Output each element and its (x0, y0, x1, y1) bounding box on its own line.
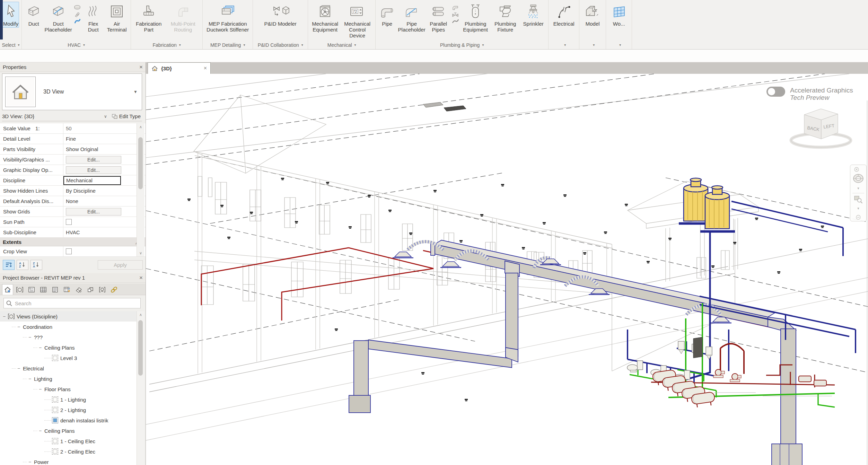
3d-view[interactable]: BACK LEFT (146, 74, 868, 465)
plumbing-equipment-button[interactable]: Plumbing Equipment (461, 2, 490, 34)
view-tab-3d[interactable]: {3D} × (148, 62, 211, 74)
sort-ascending-button[interactable]: AZ (17, 260, 28, 270)
parts-visibility-field[interactable]: Show Original (63, 144, 136, 154)
sort-default-button[interactable] (3, 260, 15, 270)
sub-discipline-field[interactable]: HVAC (63, 227, 136, 237)
duct-fitting-icon[interactable] (73, 5, 81, 10)
tree-item-ceiling-plans-elec[interactable]: −Ceiling Plans (0, 425, 137, 436)
tree-item-level-3[interactable]: Level 3 (0, 353, 137, 363)
tree-item-2-ceiling-elec[interactable]: 2 - Ceiling Elec (0, 446, 137, 457)
zoom-tool-icon[interactable] (850, 194, 866, 204)
show-hidden-lines-field[interactable]: By Discipline (63, 186, 136, 196)
duct-placeholder-button[interactable]: Duct Placeholder (45, 2, 71, 34)
tree-item-floor-plans[interactable]: −Floor Plans (0, 384, 137, 394)
browser-links-view-button[interactable] (97, 284, 107, 295)
group-label-pid-collaboration[interactable]: P&ID Collaboration▾ (254, 41, 306, 49)
flex-pipe-icon[interactable] (451, 18, 459, 24)
detail-level-field[interactable]: Fine (63, 134, 136, 144)
drawing-area[interactable]: BACK LEFT (146, 74, 868, 465)
collapse-icon[interactable]: − (28, 459, 32, 465)
browser-schedules-button[interactable] (26, 284, 37, 295)
tree-item-ceiling-plans[interactable]: −Ceiling Plans (0, 342, 137, 353)
close-icon[interactable]: × (139, 274, 143, 281)
edit-type-button[interactable]: Edit Type (112, 113, 141, 119)
chevron-down-icon[interactable]: ▾ (850, 185, 866, 192)
air-diffusers[interactable] (393, 252, 731, 323)
convert-to-flex-duct-icon[interactable] (73, 18, 81, 24)
mep-fabrication-ductwork-stiffener-button[interactable]: MEP Fabrication Ductwork Stiffener (205, 2, 250, 34)
ductwork[interactable] (349, 240, 802, 465)
sun-path-checkbox[interactable] (66, 219, 72, 225)
sprinkler-button[interactable]: Sprinkler (521, 2, 546, 28)
graphic-display-edit-button[interactable]: Edit... (66, 166, 121, 174)
revit-link-icon[interactable] (109, 284, 119, 295)
tree-item-1-lighting[interactable]: 1 - Lighting (0, 394, 137, 405)
flex-duct-button[interactable]: Flex Duct (83, 2, 103, 34)
sort-descending-button[interactable]: ZA (30, 260, 42, 270)
close-tab-icon[interactable]: × (204, 65, 207, 71)
steering-wheel-icon[interactable] (850, 173, 866, 185)
scroll-up-icon[interactable]: ∧ (137, 311, 144, 318)
tree-item-unknown[interactable]: −??? (0, 332, 137, 342)
duct-accessory-icon[interactable] (73, 11, 81, 17)
browser-schedules-quantities-button[interactable] (62, 284, 72, 295)
tree-item-2-lighting[interactable]: 2 - Lighting (0, 405, 137, 415)
scrollbar-thumb[interactable] (138, 137, 143, 189)
extents-section-header[interactable]: Extents⁁ (0, 238, 146, 246)
pipe-accessory-icon[interactable] (451, 11, 459, 17)
group-label-mechanical[interactable]: Mechanical▾ (309, 41, 374, 49)
water-tanks[interactable] (679, 178, 735, 231)
plumbing-fixture-button[interactable]: Plumbing Fixture (492, 2, 519, 34)
group-label-fabrication[interactable]: Fabrication▾ (132, 41, 201, 49)
group-label-work[interactable]: ▾ (607, 41, 630, 49)
fabrication-part-button[interactable]: Fabrication Part (133, 2, 164, 34)
tree-item-1-ceiling-elec[interactable]: 1 - Ceiling Elec (0, 436, 137, 446)
collapse-icon[interactable]: − (2, 314, 6, 319)
show-grids-edit-button[interactable]: Edit... (66, 208, 121, 216)
properties-scrollbar[interactable]: ∧ ∨ (137, 123, 144, 256)
scroll-down-icon[interactable]: ∨ (137, 249, 144, 256)
visibility-graphics-edit-button[interactable]: Edit... (66, 156, 121, 164)
pipe-placeholder-button[interactable]: Pipe Placeholder (398, 2, 425, 34)
collapse-icon[interactable]: − (17, 324, 21, 330)
viewcube[interactable]: BACK LEFT (791, 109, 851, 147)
browser-scrollbar[interactable]: ∧ (137, 311, 144, 465)
collapse-icon[interactable]: − (28, 334, 32, 340)
chevron-down-icon[interactable]: ∨ (104, 114, 107, 119)
navbar-options-icon[interactable] (850, 213, 866, 221)
group-label-select[interactable]: Select▾ (1, 41, 20, 49)
air-terminal-button[interactable]: Air Terminal (105, 2, 128, 34)
browser-home-button[interactable] (2, 284, 13, 295)
accelerated-graphics-toggle[interactable] (766, 87, 785, 97)
scale-value-field[interactable]: 50 (63, 123, 136, 133)
tree-item-denah-instalasi-listrik[interactable]: denah instalasi listrik (0, 415, 137, 425)
group-label-mep-detailing[interactable]: MEP Detailing▾ (204, 41, 251, 49)
browser-groups-button[interactable] (85, 284, 96, 295)
search-input[interactable] (14, 300, 126, 307)
parallel-pipes-button[interactable]: Parallel Pipes (427, 2, 449, 34)
default-analysis-field[interactable]: None (63, 196, 136, 206)
rooftop-units[interactable] (423, 102, 466, 111)
collapse-icon[interactable]: − (38, 345, 42, 350)
group-label-hvac[interactable]: HVAC▾ (23, 41, 129, 49)
crop-view-checkbox[interactable] (66, 248, 72, 254)
collapse-icon[interactable]: − (17, 366, 21, 371)
type-selector[interactable]: 3D View ▼ (2, 73, 142, 110)
electrical-button[interactable]: Electrical (551, 2, 577, 28)
apply-button[interactable]: Apply (98, 260, 143, 270)
group-label-electrical[interactable]: ▾ (550, 41, 578, 49)
chevron-down-icon[interactable]: ▼ (133, 89, 138, 94)
browser-sheets-button[interactable] (38, 284, 49, 295)
duct-button[interactable]: Duct (24, 2, 43, 28)
workset-button[interactable]: Wo... (608, 2, 629, 28)
chevron-down-icon[interactable]: ▾ (850, 205, 866, 212)
instance-label[interactable]: 3D View: {3D} (2, 113, 34, 119)
collapse-icon[interactable]: − (38, 386, 42, 392)
browser-views-button[interactable] (15, 284, 25, 295)
close-icon[interactable]: × (139, 64, 143, 71)
browser-legends-button[interactable] (50, 284, 60, 295)
browser-materials-button[interactable] (73, 284, 84, 295)
mech-room-equipment[interactable] (651, 344, 835, 408)
tree-item-power[interactable]: −Power (0, 457, 137, 465)
pipe-fitting-icon[interactable] (451, 5, 459, 10)
